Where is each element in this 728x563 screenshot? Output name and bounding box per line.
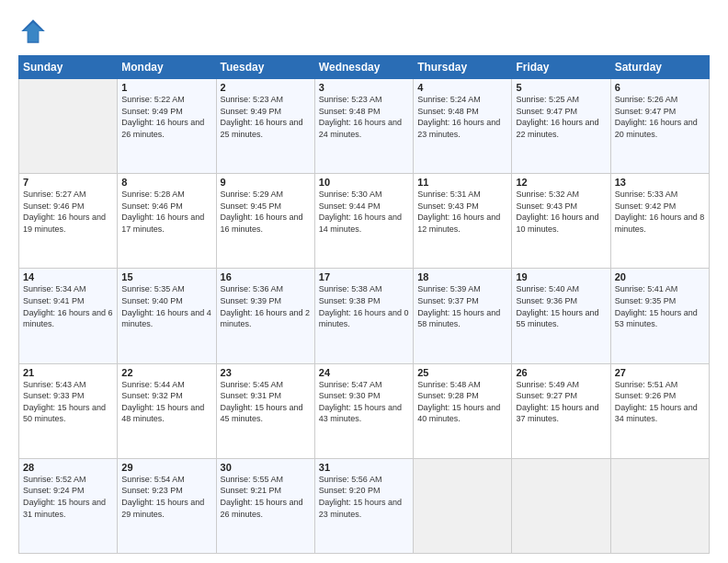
day-detail: Sunrise: 5:43 AM Sunset: 9:33 PM Dayligh… — [23, 379, 113, 425]
col-header-tuesday: Tuesday — [216, 56, 314, 79]
day-number: 6 — [615, 82, 705, 93]
day-detail: Sunrise: 5:33 AM Sunset: 9:42 PM Dayligh… — [615, 189, 705, 235]
day-detail: Sunrise: 5:39 AM Sunset: 9:37 PM Dayligh… — [417, 283, 507, 329]
day-cell: 5Sunrise: 5:25 AM Sunset: 9:47 PM Daylig… — [512, 79, 610, 174]
day-cell: 6Sunrise: 5:26 AM Sunset: 9:47 PM Daylig… — [610, 79, 709, 174]
day-detail: Sunrise: 5:45 AM Sunset: 9:31 PM Dayligh… — [221, 379, 311, 425]
day-number: 10 — [319, 177, 409, 188]
day-number: 4 — [417, 82, 507, 93]
day-number: 7 — [23, 177, 113, 188]
day-detail: Sunrise: 5:34 AM Sunset: 9:41 PM Dayligh… — [23, 283, 113, 329]
day-cell: 31Sunrise: 5:56 AM Sunset: 9:20 PM Dayli… — [314, 458, 413, 553]
day-number: 21 — [23, 367, 113, 378]
day-cell: 8Sunrise: 5:28 AM Sunset: 9:46 PM Daylig… — [118, 174, 216, 269]
header — [18, 17, 710, 46]
day-number: 18 — [417, 271, 507, 282]
day-detail: Sunrise: 5:29 AM Sunset: 9:45 PM Dayligh… — [221, 189, 311, 235]
day-number: 28 — [23, 462, 113, 473]
day-number: 24 — [319, 367, 409, 378]
day-cell: 15Sunrise: 5:35 AM Sunset: 9:40 PM Dayli… — [118, 269, 216, 363]
day-number: 3 — [319, 82, 409, 93]
day-number: 30 — [221, 462, 311, 473]
day-detail: Sunrise: 5:54 AM Sunset: 9:23 PM Dayligh… — [121, 474, 211, 520]
day-cell — [512, 458, 610, 553]
calendar-table: SundayMondayTuesdayWednesdayThursdayFrid… — [18, 55, 710, 554]
day-cell: 28Sunrise: 5:52 AM Sunset: 9:24 PM Dayli… — [19, 458, 118, 553]
svg-marker-1 — [24, 22, 43, 41]
day-cell: 30Sunrise: 5:55 AM Sunset: 9:21 PM Dayli… — [216, 458, 314, 553]
col-header-monday: Monday — [118, 56, 216, 79]
day-cell: 9Sunrise: 5:29 AM Sunset: 9:45 PM Daylig… — [216, 174, 314, 269]
day-detail: Sunrise: 5:24 AM Sunset: 9:48 PM Dayligh… — [417, 94, 507, 140]
day-number: 13 — [615, 177, 705, 188]
day-detail: Sunrise: 5:44 AM Sunset: 9:32 PM Dayligh… — [121, 379, 211, 425]
day-cell: 29Sunrise: 5:54 AM Sunset: 9:23 PM Dayli… — [118, 458, 216, 553]
week-row-2: 7Sunrise: 5:27 AM Sunset: 9:46 PM Daylig… — [19, 174, 710, 269]
col-header-saturday: Saturday — [610, 56, 709, 79]
header-row: SundayMondayTuesdayWednesdayThursdayFrid… — [19, 56, 710, 79]
day-cell: 21Sunrise: 5:43 AM Sunset: 9:33 PM Dayli… — [19, 363, 118, 458]
day-number: 5 — [516, 82, 606, 93]
day-number: 17 — [319, 271, 409, 282]
day-number: 16 — [221, 271, 311, 282]
day-cell: 2Sunrise: 5:23 AM Sunset: 9:49 PM Daylig… — [216, 79, 314, 174]
day-detail: Sunrise: 5:23 AM Sunset: 9:48 PM Dayligh… — [319, 94, 409, 140]
day-cell: 25Sunrise: 5:48 AM Sunset: 9:28 PM Dayli… — [414, 363, 512, 458]
day-cell: 11Sunrise: 5:31 AM Sunset: 9:43 PM Dayli… — [414, 174, 512, 269]
day-detail: Sunrise: 5:26 AM Sunset: 9:47 PM Dayligh… — [615, 94, 705, 140]
week-row-3: 14Sunrise: 5:34 AM Sunset: 9:41 PM Dayli… — [19, 269, 710, 363]
col-header-sunday: Sunday — [19, 56, 118, 79]
day-cell: 13Sunrise: 5:33 AM Sunset: 9:42 PM Dayli… — [610, 174, 709, 269]
day-cell: 14Sunrise: 5:34 AM Sunset: 9:41 PM Dayli… — [19, 269, 118, 363]
logo — [18, 17, 51, 46]
day-detail: Sunrise: 5:30 AM Sunset: 9:44 PM Dayligh… — [319, 189, 409, 235]
day-detail: Sunrise: 5:51 AM Sunset: 9:26 PM Dayligh… — [615, 379, 705, 425]
day-detail: Sunrise: 5:55 AM Sunset: 9:21 PM Dayligh… — [221, 474, 311, 520]
day-number: 14 — [23, 271, 113, 282]
day-cell: 26Sunrise: 5:49 AM Sunset: 9:27 PM Dayli… — [512, 363, 610, 458]
week-row-5: 28Sunrise: 5:52 AM Sunset: 9:24 PM Dayli… — [19, 458, 710, 553]
day-detail: Sunrise: 5:22 AM Sunset: 9:49 PM Dayligh… — [121, 94, 211, 140]
day-detail: Sunrise: 5:25 AM Sunset: 9:47 PM Dayligh… — [516, 94, 606, 140]
day-cell: 18Sunrise: 5:39 AM Sunset: 9:37 PM Dayli… — [414, 269, 512, 363]
day-cell: 22Sunrise: 5:44 AM Sunset: 9:32 PM Dayli… — [118, 363, 216, 458]
day-number: 22 — [121, 367, 211, 378]
day-number: 1 — [121, 82, 211, 93]
day-detail: Sunrise: 5:40 AM Sunset: 9:36 PM Dayligh… — [516, 283, 606, 329]
day-cell: 1Sunrise: 5:22 AM Sunset: 9:49 PM Daylig… — [118, 79, 216, 174]
day-number: 29 — [121, 462, 211, 473]
col-header-friday: Friday — [512, 56, 610, 79]
day-detail: Sunrise: 5:23 AM Sunset: 9:49 PM Dayligh… — [221, 94, 311, 140]
day-number: 12 — [516, 177, 606, 188]
day-number: 15 — [121, 271, 211, 282]
day-detail: Sunrise: 5:56 AM Sunset: 9:20 PM Dayligh… — [319, 474, 409, 520]
day-cell: 23Sunrise: 5:45 AM Sunset: 9:31 PM Dayli… — [216, 363, 314, 458]
day-detail: Sunrise: 5:52 AM Sunset: 9:24 PM Dayligh… — [23, 474, 113, 520]
logo-icon — [18, 17, 48, 46]
week-row-1: 1Sunrise: 5:22 AM Sunset: 9:49 PM Daylig… — [19, 79, 710, 174]
day-detail: Sunrise: 5:35 AM Sunset: 9:40 PM Dayligh… — [121, 283, 211, 329]
day-number: 31 — [319, 462, 409, 473]
day-number: 19 — [516, 271, 606, 282]
page: SundayMondayTuesdayWednesdayThursdayFrid… — [0, 0, 728, 563]
day-detail: Sunrise: 5:28 AM Sunset: 9:46 PM Dayligh… — [121, 189, 211, 235]
day-cell — [19, 79, 118, 174]
day-number: 20 — [615, 271, 705, 282]
day-cell: 20Sunrise: 5:41 AM Sunset: 9:35 PM Dayli… — [610, 269, 709, 363]
day-detail: Sunrise: 5:49 AM Sunset: 9:27 PM Dayligh… — [516, 379, 606, 425]
day-cell: 16Sunrise: 5:36 AM Sunset: 9:39 PM Dayli… — [216, 269, 314, 363]
day-cell: 17Sunrise: 5:38 AM Sunset: 9:38 PM Dayli… — [314, 269, 413, 363]
day-cell: 10Sunrise: 5:30 AM Sunset: 9:44 PM Dayli… — [314, 174, 413, 269]
day-cell — [610, 458, 709, 553]
col-header-thursday: Thursday — [414, 56, 512, 79]
day-detail: Sunrise: 5:36 AM Sunset: 9:39 PM Dayligh… — [221, 283, 311, 329]
day-number: 25 — [417, 367, 507, 378]
day-cell — [414, 458, 512, 553]
day-detail: Sunrise: 5:31 AM Sunset: 9:43 PM Dayligh… — [417, 189, 507, 235]
day-number: 27 — [615, 367, 705, 378]
day-detail: Sunrise: 5:48 AM Sunset: 9:28 PM Dayligh… — [417, 379, 507, 425]
day-cell: 4Sunrise: 5:24 AM Sunset: 9:48 PM Daylig… — [414, 79, 512, 174]
day-detail: Sunrise: 5:38 AM Sunset: 9:38 PM Dayligh… — [319, 283, 409, 329]
day-number: 2 — [221, 82, 311, 93]
day-cell: 12Sunrise: 5:32 AM Sunset: 9:43 PM Dayli… — [512, 174, 610, 269]
